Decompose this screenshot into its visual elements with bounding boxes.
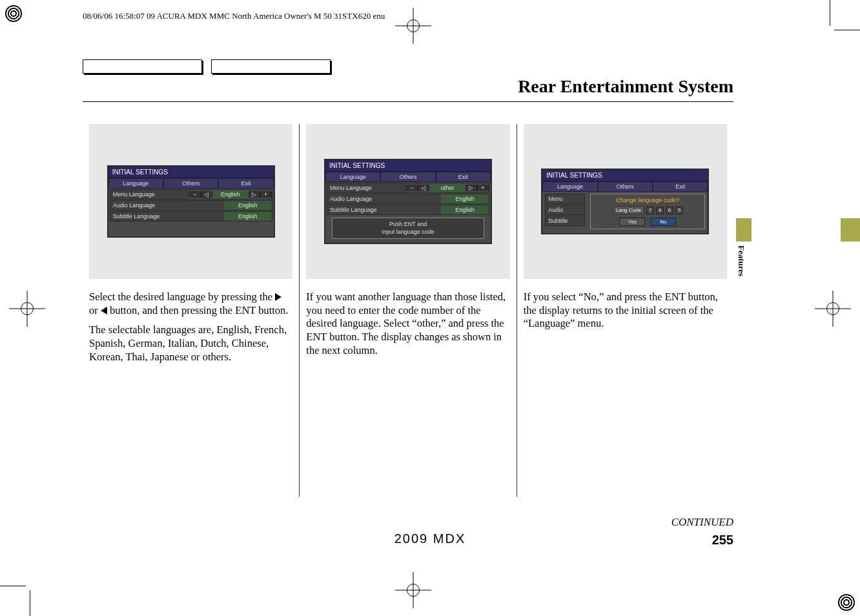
row-label: Menu Language [110,190,189,199]
row-value: English [441,205,489,214]
tab-others[interactable]: Others [598,181,653,192]
section-tab: Features [736,218,752,276]
row-label: Subtitle Language [327,205,441,214]
crop-mark [830,0,830,26]
row-value: English [212,190,249,199]
row-value: English [224,212,272,221]
registration-circle-icon [5,5,22,22]
yes-no-buttons: Yes No [593,218,702,226]
tab-exit[interactable]: Exit [218,178,273,189]
section-title: Rear Entertainment System [518,76,733,97]
screen-illustration-1: INITIAL SETTINGS Language Others Exit Me… [89,124,292,279]
placeholder-boxes [83,59,331,74]
triangle-left-icon [101,307,107,314]
tab-language[interactable]: Language [542,181,597,192]
plus-icon[interactable]: + [260,191,272,198]
column-3: INITIAL SETTINGS Language Others Exit Me… [517,124,733,497]
code-digit[interactable]: 6 [666,207,673,214]
crosshair-icon [815,291,851,327]
stub-subtitle[interactable]: Subtitle [545,216,585,226]
gui-title: INITIAL SETTINGS [108,167,274,178]
crosshair-icon [395,572,431,608]
gui-panel: INITIAL SETTINGS Language Others Exit Me… [324,159,492,244]
row-subtitle-language[interactable]: Subtitle Language English [110,211,272,221]
chevron-right-icon[interactable]: ▷ [466,185,477,191]
horizontal-rule [83,101,733,102]
gui-tabs: Language Others Exit [542,181,708,192]
gui-tabs: Language Others Exit [108,178,274,189]
prompt-line: Push ENT and [333,221,484,229]
paragraph: Select the desired language by pressing … [89,291,292,317]
code-digit[interactable]: 5 [675,207,683,214]
gui-title: INITIAL SETTINGS [325,160,491,172]
stub-menu[interactable]: Menu [545,194,585,204]
tab-language[interactable]: Language [325,172,380,182]
screen-illustration-2: INITIAL SETTINGS Language Others Exit Me… [306,124,509,279]
section-tab-label: Features [736,241,746,276]
tab-others[interactable]: Others [163,178,218,189]
stub-audio[interactable]: Audio [545,205,585,215]
content-columns: INITIAL SETTINGS Language Others Exit Me… [83,124,733,497]
footer-model: 2009 MDX [394,531,466,546]
tab-exit[interactable]: Exit [653,181,708,192]
lang-code-bar: Lang Code 7 4 6 5 [593,206,702,214]
crop-mark [0,586,26,586]
lang-code-label: Lang Code [613,206,644,214]
gui-tabs: Language Others Exit [325,172,491,182]
paragraph: If you select “No,” and press the ENT bu… [524,291,727,331]
chevron-right-icon[interactable]: ▷ [249,191,260,198]
row-label: Audio Language [110,201,224,210]
prompt-line: Input language code [333,229,484,236]
crosshair-icon [9,291,45,327]
row-menu-language[interactable]: Menu Language − ◁ other ▷ + [327,183,489,193]
placeholder-box [211,59,331,74]
minus-icon[interactable]: − [406,185,418,191]
gui-panel: INITIAL SETTINGS Language Others Exit Me… [541,169,709,234]
gui-prompt: Push ENT and Input language code [332,218,484,239]
column-1: INITIAL SETTINGS Language Others Exit Me… [83,124,299,497]
placeholder-box [83,59,202,74]
gui-panel: INITIAL SETTINGS Language Others Exit Me… [107,165,275,238]
row-value: English [224,201,272,210]
minus-icon[interactable]: − [189,191,201,198]
section-tab-accent [841,218,860,241]
tab-exit[interactable]: Exit [436,172,491,182]
row-audio-language[interactable]: Audio Language English [327,194,489,204]
body-text: Select the desired language by pressing … [89,291,292,364]
row-menu-language[interactable]: Menu Language − ◁ English ▷ + [110,189,272,200]
body-text: If you select “No,” and press the ENT bu… [524,291,727,331]
code-digit[interactable]: 4 [656,207,664,214]
row-label: Subtitle Language [110,212,224,221]
paragraph: If you want another language than those … [306,291,509,357]
paragraph: The selectable languages are, English, F… [89,323,292,364]
page-number: 255 [712,533,733,548]
row-audio-language[interactable]: Audio Language English [110,200,272,210]
no-button[interactable]: No [650,218,676,226]
header-timestamp: 08/06/06 16:58:07 09 ACURA MDX MMC North… [83,11,385,21]
row-value: English [441,194,489,203]
row-label: Audio Language [327,194,441,203]
crop-mark [834,30,860,30]
lang-code-dialog: Change language code? Lang Code 7 4 6 5 … [590,194,705,229]
column-2: INITIAL SETTINGS Language Others Exit Me… [300,124,516,497]
registration-circle-icon [838,594,855,611]
tab-others[interactable]: Others [380,172,435,182]
crosshair-icon [395,8,431,44]
chevron-left-icon[interactable]: ◁ [418,185,429,191]
row-label: Menu Language [327,183,406,192]
yes-button[interactable]: Yes [619,218,645,226]
crop-mark [30,590,30,616]
section-tab-color [736,218,752,241]
tab-language[interactable]: Language [108,178,163,189]
gui-title: INITIAL SETTINGS [542,170,708,181]
code-digit[interactable]: 7 [646,207,654,214]
plus-icon[interactable]: + [477,185,489,191]
body-text: If you want another language than those … [306,291,509,357]
row-value: other [429,183,466,192]
row-subtitle-language[interactable]: Subtitle Language English [327,205,489,215]
dialog-question: Change language code? [593,197,702,203]
screen-illustration-3: INITIAL SETTINGS Language Others Exit Me… [524,124,727,279]
triangle-right-icon [275,293,282,301]
continued-label: CONTINUED [671,516,733,529]
chevron-left-icon[interactable]: ◁ [201,191,212,198]
